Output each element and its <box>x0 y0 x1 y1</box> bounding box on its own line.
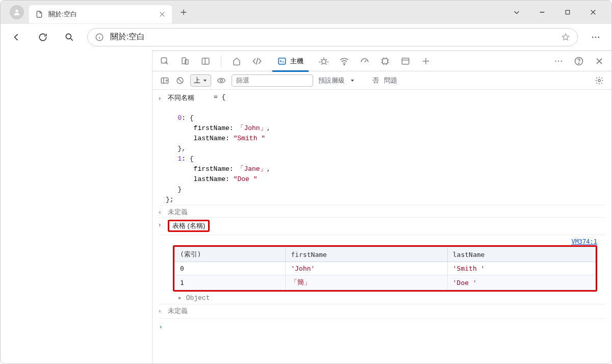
new-tab-button[interactable] <box>176 5 191 20</box>
more-tabs-icon[interactable] <box>421 56 431 66</box>
network-tab-icon[interactable] <box>339 56 349 66</box>
svg-rect-11 <box>278 58 286 64</box>
console-settings-icon[interactable] <box>594 75 604 86</box>
svg-point-12 <box>322 59 326 63</box>
issues-count: 否 <box>372 76 379 85</box>
window-maximize-button[interactable] <box>560 5 575 19</box>
table-row[interactable]: 0 'John' 'Smith ' <box>175 262 596 275</box>
vm-source-link[interactable]: VM374:1 <box>571 238 597 245</box>
svg-point-4 <box>592 36 594 38</box>
profile-avatar[interactable] <box>10 5 24 19</box>
console-output[interactable]: 不同名稱 = { 0: { firstName: 「John」, lastNam… <box>152 90 611 364</box>
favorite-icon[interactable] <box>561 33 570 42</box>
live-expression-icon[interactable] <box>216 75 226 86</box>
object-expand-line[interactable]: ▸ Object <box>159 294 605 302</box>
svg-rect-1 <box>566 10 570 14</box>
code-text: = { <box>214 93 225 101</box>
devtools-panel: 主機 上 預設層級 否 問題 <box>152 50 611 364</box>
svg-point-18 <box>561 60 563 62</box>
inspect-element-icon[interactable] <box>160 56 170 66</box>
col-lastname[interactable]: lastName <box>447 247 595 262</box>
undefined-value: 未定義 <box>168 207 188 217</box>
window-minimize-button[interactable] <box>535 5 549 19</box>
code-block: 0: { firstName: 「John」, lastName: "Smith… <box>159 103 605 205</box>
context-selector[interactable]: 上 <box>190 74 211 87</box>
search-icon[interactable] <box>61 29 78 46</box>
undefined-value: 未定義 <box>168 306 188 316</box>
debugger-tab-icon[interactable] <box>319 56 329 66</box>
toggle-sidebar-icon[interactable] <box>160 75 170 86</box>
devtools-close-icon[interactable] <box>594 56 604 66</box>
page-icon <box>35 10 43 18</box>
svg-point-17 <box>558 60 559 62</box>
svg-point-2 <box>66 34 71 39</box>
expand-icon[interactable] <box>159 94 165 100</box>
address-bar[interactable]: 關於:空白 <box>87 28 578 46</box>
application-tab-icon[interactable] <box>400 56 411 66</box>
back-button[interactable] <box>8 29 25 46</box>
chevron-down-icon[interactable] <box>350 78 355 83</box>
issues-label[interactable]: 問題 <box>384 76 397 85</box>
clear-console-icon[interactable] <box>175 75 185 86</box>
performance-tab-icon[interactable] <box>360 56 370 66</box>
log-levels-label[interactable]: 預設層級 <box>318 76 345 85</box>
col-firstname[interactable]: firstName <box>286 247 447 262</box>
svg-point-23 <box>220 79 223 82</box>
address-text: 關於:空白 <box>110 32 555 42</box>
tab-title: 關於:空白 <box>48 10 154 19</box>
return-icon <box>159 209 165 215</box>
svg-point-13 <box>344 64 345 65</box>
device-toggle-icon[interactable] <box>180 56 190 66</box>
console-tab-label: 主機 <box>290 57 303 66</box>
console-tab[interactable]: 主機 <box>272 51 309 71</box>
navbar: 關於:空白 <box>1 24 611 50</box>
svg-rect-15 <box>402 58 409 64</box>
window-controls <box>509 5 607 19</box>
table-header-row: (索引) firstName lastName <box>175 247 596 262</box>
svg-point-0 <box>15 10 18 12</box>
table-highlight-box: (索引) firstName lastName 0 'John' 'Smith … <box>173 245 597 292</box>
window-close-button[interactable] <box>586 5 600 19</box>
tab-close-button[interactable] <box>159 11 166 18</box>
welcome-tab-icon[interactable] <box>232 56 242 66</box>
elements-tab-icon[interactable] <box>252 56 262 66</box>
svg-rect-14 <box>382 59 388 64</box>
col-index[interactable]: (索引) <box>175 247 286 262</box>
page-viewport <box>1 50 152 364</box>
filter-input[interactable] <box>232 74 313 87</box>
divider <box>221 56 221 67</box>
svg-point-20 <box>578 63 579 63</box>
site-info-icon[interactable] <box>95 33 104 42</box>
table-row[interactable]: 1 「簡」 'Doe ' <box>175 275 596 290</box>
titlebar: 關於:空白 <box>1 1 611 24</box>
devtools-toolbar: 主機 <box>152 51 611 71</box>
devtools-help-icon[interactable] <box>574 56 584 66</box>
return-icon <box>159 307 165 314</box>
devtools-more-icon[interactable] <box>553 56 564 66</box>
svg-point-16 <box>555 60 556 62</box>
console-var-name: 不同名稱 <box>168 93 194 102</box>
browser-menu-button[interactable] <box>587 29 604 46</box>
context-label: 上 <box>194 76 200 85</box>
svg-point-5 <box>595 36 597 38</box>
expand-icon[interactable] <box>159 221 165 227</box>
window-dropdown-icon[interactable] <box>509 5 524 19</box>
reload-button[interactable] <box>34 29 52 46</box>
console-prompt[interactable]: › <box>159 321 163 332</box>
content-area: 主機 上 預設層級 否 問題 <box>1 50 611 364</box>
svg-point-6 <box>598 36 600 38</box>
console-table: (索引) firstName lastName 0 'John' 'Smith … <box>174 247 596 290</box>
memory-tab-icon[interactable] <box>380 56 390 66</box>
browser-tab[interactable]: 關於:空白 <box>29 5 172 23</box>
svg-point-24 <box>598 79 601 82</box>
panel-layout-icon[interactable] <box>200 56 211 66</box>
table-call-highlight: 表格 (名稱) <box>168 220 210 232</box>
console-toolbar: 上 預設層級 否 問題 <box>152 71 611 90</box>
